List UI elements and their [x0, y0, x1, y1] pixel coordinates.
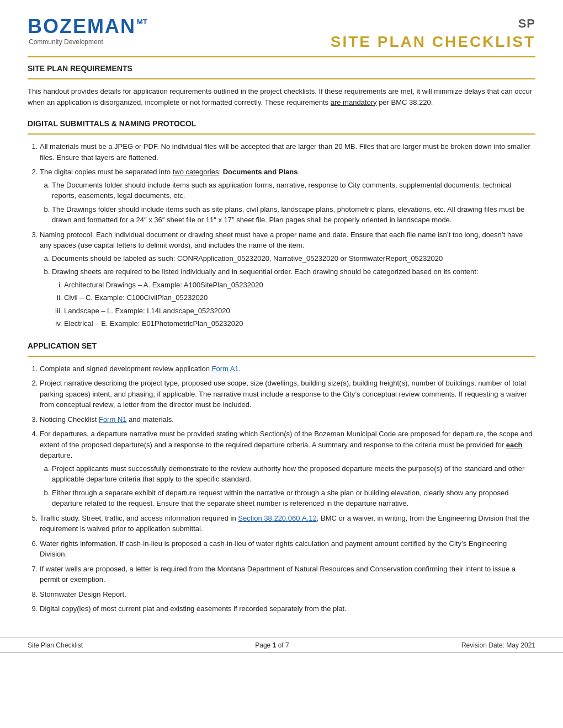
sp-label: SP — [331, 17, 535, 31]
list-item: Project applicants must successfully dem… — [52, 463, 535, 485]
list-item: Water rights information. If cash-in-lie… — [40, 538, 535, 560]
list-item: For departures, a departure narrative mu… — [40, 429, 535, 509]
section-divider-3 — [28, 356, 535, 357]
header: BOZEMAN MT Community Development SP SITE… — [28, 17, 535, 51]
list-item: The digital copies must be separated int… — [40, 167, 535, 226]
list-item-text: Project narrative describing the project… — [40, 379, 527, 409]
application-set-heading: APPLICATION SET — [28, 341, 535, 351]
digital-submittals-heading: DIGITAL SUBMITTALS & NAMING PROTOCOL — [28, 119, 535, 129]
departures-sub-list: Project applicants must successfully dem… — [52, 463, 535, 509]
list-item: Drawing sheets are required to be listed… — [52, 266, 535, 329]
form-n1-link[interactable]: Form N1 — [99, 415, 127, 424]
list-item: Digital copy(ies) of most current plat a… — [40, 603, 535, 614]
list-item-text: Naming protocol. Each individual documen… — [40, 231, 523, 250]
footer-left: Site Plan Checklist — [28, 641, 83, 649]
footer-right: Revision Date: May 2021 — [461, 641, 535, 649]
footer-page-total: 7 — [285, 641, 289, 649]
list-item-text: If water wells are proposed, a letter is… — [40, 565, 516, 584]
logo-subtitle: Community Development — [29, 38, 147, 46]
digital-submittals-section: DIGITAL SUBMITTALS & NAMING PROTOCOL All… — [28, 119, 535, 334]
application-set-list: Complete and signed development review a… — [40, 363, 535, 614]
list-item: The Documents folder should include item… — [52, 180, 535, 201]
list-item: Electrical – E. Example: E01PhotometricP… — [64, 318, 535, 329]
footer-page-prefix: Page — [255, 641, 272, 649]
list-item: Civil – C. Example: C100CivilPlan_052320… — [64, 292, 535, 303]
section-divider — [28, 78, 535, 79]
list-item: Traffic study. Street, traffic, and acce… — [40, 513, 535, 534]
sub-roman-list: Architectural Drawings – A. Example: A10… — [64, 280, 535, 329]
list-item: Noticing Checklist Form N1 and materials… — [40, 414, 535, 425]
gold-divider — [28, 56, 535, 57]
list-item-text: For departures, a departure narrative mu… — [40, 430, 532, 459]
list-item-text: Complete and signed development review a… — [40, 365, 241, 373]
list-item-text: The digital copies must be separated int… — [40, 168, 300, 176]
site-plan-requirements-intro: This handout provides details for applic… — [28, 86, 535, 108]
section-divider-2 — [28, 133, 535, 135]
application-set-section: APPLICATION SET Complete and signed deve… — [28, 341, 535, 619]
list-item: Naming protocol. Each individual documen… — [40, 229, 535, 329]
list-item: Stormwater Design Report. — [40, 589, 535, 600]
logo-mt: MT — [137, 18, 147, 26]
site-plan-requirements-section: SITE PLAN REQUIREMENTS This handout prov… — [28, 64, 535, 111]
footer-page-of: of — [276, 641, 285, 649]
mandatory-underline: are mandatory — [331, 98, 377, 106]
list-item-text: Digital copy(ies) of most current plat a… — [40, 604, 347, 613]
digital-submittals-list: All materials must be a JPEG or PDF. No … — [40, 141, 535, 329]
page-title: SITE PLAN CHECKLIST — [331, 33, 535, 51]
page: BOZEMAN MT Community Development SP SITE… — [0, 0, 563, 728]
list-item: Architectural Drawings – A. Example: A10… — [64, 280, 535, 291]
sub-alpha-list-2: Documents should be labeled as such: CON… — [52, 253, 535, 329]
sub-alpha-list: The Documents folder should include item… — [52, 180, 535, 226]
list-item: If water wells are proposed, a letter is… — [40, 564, 535, 585]
logo-area: BOZEMAN MT Community Development — [28, 17, 147, 46]
list-item: The Drawings folder should include items… — [52, 204, 535, 226]
list-item: Either through a separate exhibit of dep… — [52, 488, 535, 509]
form-a1-link[interactable]: Form A1 — [211, 365, 238, 373]
header-right: SP SITE PLAN CHECKLIST — [331, 17, 535, 51]
list-item: Documents should be labeled as such: CON… — [52, 253, 535, 264]
list-item-text: Noticing Checklist Form N1 and materials… — [40, 415, 174, 424]
site-plan-requirements-heading: SITE PLAN REQUIREMENTS — [28, 64, 535, 74]
list-item-text: Traffic study. Street, traffic, and acce… — [40, 514, 529, 533]
list-item-text: Stormwater Design Report. — [40, 590, 126, 598]
list-item-text: All materials must be a JPEG or PDF. No … — [40, 142, 530, 162]
list-item: Complete and signed development review a… — [40, 363, 535, 374]
list-item: All materials must be a JPEG or PDF. No … — [40, 141, 535, 163]
list-item: Project narrative describing the project… — [40, 378, 535, 410]
footer-center: Page 1 of 7 — [255, 641, 289, 649]
page-footer: Site Plan Checklist Page 1 of 7 Revision… — [0, 638, 563, 653]
list-item-text: Water rights information. If cash-in-lie… — [40, 539, 507, 559]
list-item: Landscape – L. Example: L14Landscape_052… — [64, 306, 535, 317]
logo-bozeman: BOZEMAN MT — [28, 17, 147, 36]
logo-text: BOZEMAN — [28, 17, 136, 36]
section-link[interactable]: Section 38.220.060.A.12 — [238, 514, 316, 522]
